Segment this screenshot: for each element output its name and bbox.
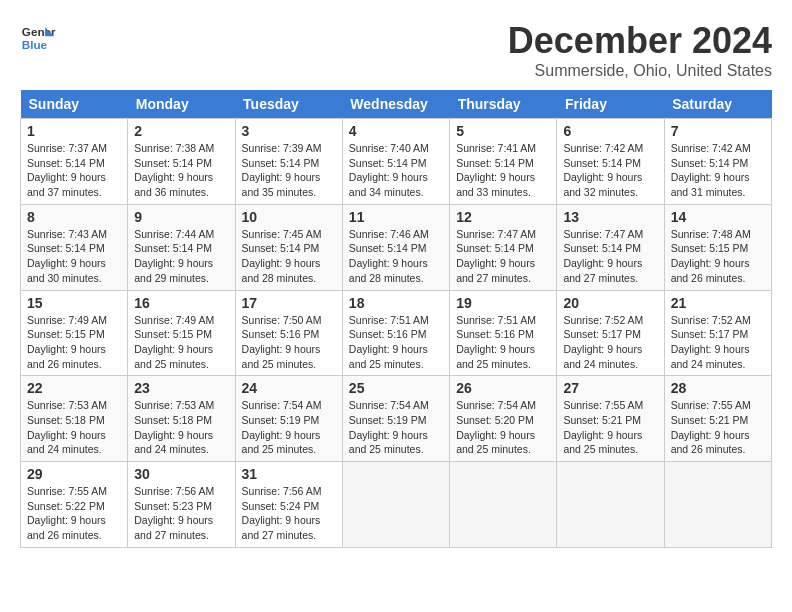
calendar-week-row: 29 Sunrise: 7:55 AMSunset: 5:22 PMDaylig… [21,462,772,548]
location-subtitle: Summerside, Ohio, United States [508,62,772,80]
day-info: Sunrise: 7:41 AMSunset: 5:14 PMDaylight:… [456,142,536,198]
day-info: Sunrise: 7:50 AMSunset: 5:16 PMDaylight:… [242,314,322,370]
day-number: 23 [134,380,228,396]
day-number: 1 [27,123,121,139]
calendar-cell: 29 Sunrise: 7:55 AMSunset: 5:22 PMDaylig… [21,462,128,548]
day-number: 24 [242,380,336,396]
calendar-cell: 13 Sunrise: 7:47 AMSunset: 5:14 PMDaylig… [557,204,664,290]
day-info: Sunrise: 7:53 AMSunset: 5:18 PMDaylight:… [134,399,214,455]
calendar-cell: 15 Sunrise: 7:49 AMSunset: 5:15 PMDaylig… [21,290,128,376]
day-number: 28 [671,380,765,396]
calendar-cell: 24 Sunrise: 7:54 AMSunset: 5:19 PMDaylig… [235,376,342,462]
header-cell-sunday: Sunday [21,90,128,119]
day-info: Sunrise: 7:48 AMSunset: 5:15 PMDaylight:… [671,228,751,284]
day-info: Sunrise: 7:54 AMSunset: 5:20 PMDaylight:… [456,399,536,455]
day-info: Sunrise: 7:53 AMSunset: 5:18 PMDaylight:… [27,399,107,455]
day-number: 9 [134,209,228,225]
svg-text:General: General [22,25,56,38]
calendar-cell [557,462,664,548]
day-number: 11 [349,209,443,225]
header-cell-monday: Monday [128,90,235,119]
calendar-cell: 27 Sunrise: 7:55 AMSunset: 5:21 PMDaylig… [557,376,664,462]
day-number: 15 [27,295,121,311]
calendar-cell: 11 Sunrise: 7:46 AMSunset: 5:14 PMDaylig… [342,204,449,290]
calendar-cell: 30 Sunrise: 7:56 AMSunset: 5:23 PMDaylig… [128,462,235,548]
calendar-cell: 9 Sunrise: 7:44 AMSunset: 5:14 PMDayligh… [128,204,235,290]
calendar-cell: 17 Sunrise: 7:50 AMSunset: 5:16 PMDaylig… [235,290,342,376]
day-number: 20 [563,295,657,311]
day-info: Sunrise: 7:49 AMSunset: 5:15 PMDaylight:… [134,314,214,370]
day-number: 13 [563,209,657,225]
day-info: Sunrise: 7:42 AMSunset: 5:14 PMDaylight:… [671,142,751,198]
day-info: Sunrise: 7:55 AMSunset: 5:21 PMDaylight:… [563,399,643,455]
calendar-cell: 14 Sunrise: 7:48 AMSunset: 5:15 PMDaylig… [664,204,771,290]
day-number: 5 [456,123,550,139]
calendar-cell: 23 Sunrise: 7:53 AMSunset: 5:18 PMDaylig… [128,376,235,462]
day-number: 22 [27,380,121,396]
day-info: Sunrise: 7:45 AMSunset: 5:14 PMDaylight:… [242,228,322,284]
day-info: Sunrise: 7:37 AMSunset: 5:14 PMDaylight:… [27,142,107,198]
day-info: Sunrise: 7:55 AMSunset: 5:22 PMDaylight:… [27,485,107,541]
calendar-cell [450,462,557,548]
calendar-table: SundayMondayTuesdayWednesdayThursdayFrid… [20,90,772,548]
day-number: 10 [242,209,336,225]
logo: General Blue [20,20,56,56]
header-cell-wednesday: Wednesday [342,90,449,119]
day-info: Sunrise: 7:56 AMSunset: 5:23 PMDaylight:… [134,485,214,541]
calendar-week-row: 22 Sunrise: 7:53 AMSunset: 5:18 PMDaylig… [21,376,772,462]
day-info: Sunrise: 7:52 AMSunset: 5:17 PMDaylight:… [671,314,751,370]
day-number: 14 [671,209,765,225]
day-info: Sunrise: 7:51 AMSunset: 5:16 PMDaylight:… [456,314,536,370]
day-info: Sunrise: 7:47 AMSunset: 5:14 PMDaylight:… [456,228,536,284]
calendar-cell [342,462,449,548]
day-info: Sunrise: 7:55 AMSunset: 5:21 PMDaylight:… [671,399,751,455]
day-number: 7 [671,123,765,139]
calendar-cell [664,462,771,548]
calendar-week-row: 8 Sunrise: 7:43 AMSunset: 5:14 PMDayligh… [21,204,772,290]
day-number: 12 [456,209,550,225]
day-number: 4 [349,123,443,139]
day-info: Sunrise: 7:46 AMSunset: 5:14 PMDaylight:… [349,228,429,284]
day-number: 18 [349,295,443,311]
calendar-cell: 4 Sunrise: 7:40 AMSunset: 5:14 PMDayligh… [342,119,449,205]
day-number: 26 [456,380,550,396]
day-number: 2 [134,123,228,139]
calendar-week-row: 1 Sunrise: 7:37 AMSunset: 5:14 PMDayligh… [21,119,772,205]
month-title: December 2024 [508,20,772,62]
day-info: Sunrise: 7:56 AMSunset: 5:24 PMDaylight:… [242,485,322,541]
calendar-cell: 19 Sunrise: 7:51 AMSunset: 5:16 PMDaylig… [450,290,557,376]
day-number: 19 [456,295,550,311]
calendar-week-row: 15 Sunrise: 7:49 AMSunset: 5:15 PMDaylig… [21,290,772,376]
day-info: Sunrise: 7:40 AMSunset: 5:14 PMDaylight:… [349,142,429,198]
title-area: December 2024 Summerside, Ohio, United S… [508,20,772,80]
calendar-cell: 16 Sunrise: 7:49 AMSunset: 5:15 PMDaylig… [128,290,235,376]
day-info: Sunrise: 7:47 AMSunset: 5:14 PMDaylight:… [563,228,643,284]
day-number: 30 [134,466,228,482]
day-number: 21 [671,295,765,311]
calendar-cell: 31 Sunrise: 7:56 AMSunset: 5:24 PMDaylig… [235,462,342,548]
calendar-cell: 18 Sunrise: 7:51 AMSunset: 5:16 PMDaylig… [342,290,449,376]
day-number: 17 [242,295,336,311]
day-number: 3 [242,123,336,139]
calendar-cell: 2 Sunrise: 7:38 AMSunset: 5:14 PMDayligh… [128,119,235,205]
day-number: 27 [563,380,657,396]
day-info: Sunrise: 7:52 AMSunset: 5:17 PMDaylight:… [563,314,643,370]
day-number: 29 [27,466,121,482]
calendar-header-row: SundayMondayTuesdayWednesdayThursdayFrid… [21,90,772,119]
day-info: Sunrise: 7:49 AMSunset: 5:15 PMDaylight:… [27,314,107,370]
day-info: Sunrise: 7:51 AMSunset: 5:16 PMDaylight:… [349,314,429,370]
day-info: Sunrise: 7:39 AMSunset: 5:14 PMDaylight:… [242,142,322,198]
calendar-cell: 7 Sunrise: 7:42 AMSunset: 5:14 PMDayligh… [664,119,771,205]
calendar-cell: 22 Sunrise: 7:53 AMSunset: 5:18 PMDaylig… [21,376,128,462]
day-info: Sunrise: 7:42 AMSunset: 5:14 PMDaylight:… [563,142,643,198]
calendar-cell: 8 Sunrise: 7:43 AMSunset: 5:14 PMDayligh… [21,204,128,290]
calendar-cell: 6 Sunrise: 7:42 AMSunset: 5:14 PMDayligh… [557,119,664,205]
calendar-cell: 3 Sunrise: 7:39 AMSunset: 5:14 PMDayligh… [235,119,342,205]
day-info: Sunrise: 7:54 AMSunset: 5:19 PMDaylight:… [242,399,322,455]
calendar-cell: 21 Sunrise: 7:52 AMSunset: 5:17 PMDaylig… [664,290,771,376]
day-info: Sunrise: 7:43 AMSunset: 5:14 PMDaylight:… [27,228,107,284]
day-number: 8 [27,209,121,225]
calendar-cell: 28 Sunrise: 7:55 AMSunset: 5:21 PMDaylig… [664,376,771,462]
calendar-cell: 20 Sunrise: 7:52 AMSunset: 5:17 PMDaylig… [557,290,664,376]
header-cell-tuesday: Tuesday [235,90,342,119]
